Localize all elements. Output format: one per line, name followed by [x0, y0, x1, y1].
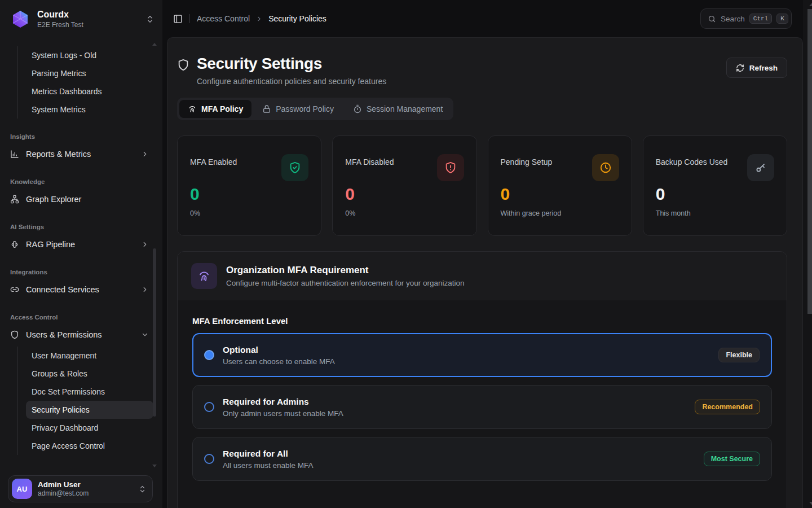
scrollbar-down-arrow[interactable]: [809, 502, 812, 505]
stat-label: MFA Disabled: [345, 157, 394, 167]
sidebar-item-label: RAG Pipeline: [26, 240, 134, 249]
avatar: AU: [12, 479, 32, 499]
sidebar-item-label: Connected Services: [26, 285, 134, 294]
sidebar-toggle-icon[interactable]: [173, 14, 183, 24]
mfa-card-subtitle: Configure multi-factor authentication en…: [226, 279, 464, 287]
enforcement-level-label: MFA Enforcement Level: [192, 316, 772, 326]
sidebar-item-users-permissions[interactable]: Users & Permissions: [9, 325, 153, 344]
page-subtitle: Configure authentication policies and se…: [197, 77, 726, 86]
graph-icon: [10, 195, 19, 204]
breadcrumb: Access Control Security Policies: [197, 14, 326, 23]
stat-sub: 0%: [190, 209, 308, 217]
scrollbar-up-arrow[interactable]: [809, 3, 812, 6]
scrollbar-thumb[interactable]: [807, 9, 812, 314]
sidebar-item-system-logs-old[interactable]: System Logs - Old: [26, 46, 153, 64]
breadcrumb-parent[interactable]: Access Control: [197, 14, 250, 23]
search-icon: [708, 15, 716, 23]
sidebar-item-rag-pipeline[interactable]: RAG Pipeline: [9, 235, 153, 254]
sidebar-scrollbar-up-arrow[interactable]: [152, 43, 157, 46]
sidebar-item-system-metrics[interactable]: System Metrics: [26, 100, 153, 119]
recommended-badge: Recommended: [695, 400, 760, 414]
option-optional[interactable]: Optional Users can choose to enable MFA …: [192, 333, 772, 377]
radio-required-all[interactable]: [204, 454, 214, 464]
user-menu[interactable]: AU Admin User admin@test.com: [8, 475, 153, 502]
sidebar-item-user-management[interactable]: User Management: [26, 347, 153, 365]
fingerprint-icon: [188, 104, 197, 113]
section-header-integrations: Integrations: [10, 269, 153, 275]
sidebar-nav: System Logs - Old Parsing Metrics Metric…: [0, 41, 155, 471]
bar-chart-icon: [10, 150, 19, 159]
sidebar-item-doc-set-permissions[interactable]: Doc Set Permissions: [26, 383, 153, 401]
chevron-right-icon: [141, 240, 149, 248]
tab-label: MFA Policy: [201, 104, 243, 113]
stat-label: Backup Codes Used: [656, 157, 728, 167]
option-description: Only admin users must enable MFA: [223, 409, 343, 418]
tab-label: Session Management: [367, 104, 443, 113]
user-name: Admin User: [38, 480, 133, 489]
sidebar-item-metrics-dashboards[interactable]: Metrics Dashboards: [26, 82, 153, 100]
tab-label: Password Policy: [276, 104, 334, 113]
refresh-button[interactable]: Refresh: [726, 58, 787, 78]
stat-value: 0: [345, 186, 464, 203]
search-placeholder: Search: [721, 15, 745, 23]
topbar: Access Control Security Policies Search …: [162, 0, 803, 37]
stat-sub: 0%: [345, 209, 464, 217]
user-email: admin@test.com: [38, 489, 133, 497]
divider: [189, 14, 190, 23]
sidebar-item-page-access-control[interactable]: Page Access Control: [26, 437, 153, 455]
fingerprint-icon: [191, 263, 217, 289]
brand-subtitle: E2E Fresh Test: [37, 21, 140, 29]
sidebar-item-parsing-metrics[interactable]: Parsing Metrics: [26, 64, 153, 82]
sidebar-scrollbar-down-arrow[interactable]: [152, 465, 157, 467]
section-header-ai-settings: AI Settings: [10, 224, 153, 230]
stat-card-mfa-disabled: MFA Disabled 0 0%: [332, 135, 476, 236]
brand-logo-icon: [9, 8, 32, 30]
option-required-for-all[interactable]: Required for All All users must enable M…: [192, 437, 772, 481]
stat-value: 0: [501, 186, 619, 203]
workspace-switcher[interactable]: Courdx E2E Fresh Test: [0, 0, 162, 36]
stat-label: MFA Enabled: [190, 157, 237, 167]
stat-value: 0: [190, 186, 308, 203]
tab-mfa-policy[interactable]: MFA Policy: [179, 100, 251, 118]
search-input[interactable]: Search Ctrl K: [700, 8, 792, 29]
sidebar-scrollbar[interactable]: [153, 248, 156, 417]
tab-session-management[interactable]: Session Management: [345, 100, 451, 118]
radio-required-admins[interactable]: [204, 402, 214, 412]
radio-optional[interactable]: [204, 350, 214, 360]
section-header-insights: Insights: [10, 133, 153, 140]
stat-sub: This month: [656, 209, 774, 217]
sidebar-item-security-policies[interactable]: Security Policies: [26, 401, 153, 419]
section-header-knowledge: Knowledge: [10, 178, 153, 185]
option-title: Required for All: [223, 449, 314, 459]
chevrons-up-down-icon: [145, 15, 155, 24]
option-required-for-admins[interactable]: Required for Admins Only admin users mus…: [192, 385, 772, 429]
sidebar-item-label: Users & Permissions: [26, 330, 134, 339]
sidebar-item-groups-roles[interactable]: Groups & Roles: [26, 365, 153, 383]
shield-icon: [10, 330, 19, 339]
stat-label: Pending Setup: [501, 157, 553, 167]
mfa-card-title: Organization MFA Requirement: [226, 265, 464, 276]
mfa-card-header: Organization MFA Requirement Configure m…: [178, 252, 787, 300]
sidebar-item-connected-services[interactable]: Connected Services: [9, 280, 153, 299]
sidebar-item-graph-explorer[interactable]: Graph Explorer: [9, 190, 153, 209]
flexible-badge: Flexible: [718, 348, 760, 362]
sidebar-item-reports-metrics[interactable]: Reports & Metrics: [9, 144, 153, 164]
sidebar-item-label: Reports & Metrics: [26, 150, 134, 159]
sidebar-group-logs: System Logs - Old Parsing Metrics Metric…: [17, 46, 153, 119]
tab-password-policy[interactable]: Password Policy: [254, 100, 342, 118]
window-scrollbar[interactable]: [803, 0, 812, 508]
stat-card-pending-setup: Pending Setup 0 Within grace period: [488, 135, 632, 236]
shield-icon: [177, 59, 189, 86]
page-header: Security Settings Configure authenticati…: [177, 55, 787, 86]
most-secure-badge: Most Secure: [704, 452, 760, 466]
section-header-access-control: Access Control: [10, 314, 153, 321]
sidebar: Courdx E2E Fresh Test System Logs - Old …: [0, 0, 162, 508]
shield-check-icon: [281, 154, 308, 181]
content-panel: Security Settings Configure authenticati…: [167, 37, 803, 508]
lock-icon: [262, 104, 271, 113]
chevron-right-icon: [141, 286, 149, 294]
brand-name: Courdx: [37, 10, 140, 20]
kbd-ctrl: Ctrl: [749, 14, 772, 24]
sidebar-item-privacy-dashboard[interactable]: Privacy Dashboard: [26, 419, 153, 437]
mfa-requirement-card: Organization MFA Requirement Configure m…: [177, 251, 787, 508]
